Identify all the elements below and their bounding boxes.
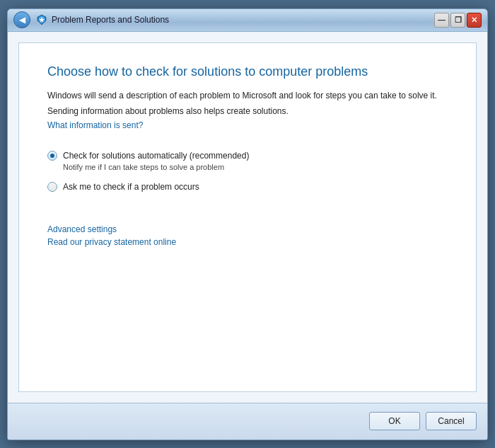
radio-option-auto[interactable]: Check for solutions automatically (recom… (47, 150, 448, 172)
what-info-link[interactable]: What information is sent? (47, 120, 448, 130)
back-button[interactable]: ◀ (13, 11, 30, 28)
links-section: Advanced settings Read our privacy state… (47, 224, 448, 247)
close-button[interactable]: ✕ (467, 13, 482, 28)
titlebar: ◀ Problem Reports and Solutions — ❐ ✕ (8, 9, 487, 32)
footer: OK Cancel (8, 403, 487, 440)
option-auto-label: Check for solutions automatically (recom… (63, 150, 249, 162)
option-auto-sublabel: Notify me if I can take steps to solve a… (63, 163, 249, 171)
main-window: ◀ Problem Reports and Solutions — ❐ ✕ Ch… (7, 8, 488, 440)
app-icon (36, 14, 47, 25)
options-section: Check for solutions automatically (recom… (47, 150, 448, 204)
radio-inner-auto (50, 154, 54, 158)
window-title: Problem Reports and Solutions (52, 15, 169, 25)
minimize-button[interactable]: — (434, 13, 449, 28)
ok-button[interactable]: OK (369, 412, 420, 430)
privacy-statement-link[interactable]: Read our privacy statement online (47, 237, 448, 247)
main-panel: Choose how to check for solutions to com… (18, 42, 477, 392)
cancel-button[interactable]: Cancel (426, 412, 477, 430)
content-area: Choose how to check for solutions to com… (8, 32, 487, 403)
option-auto-text: Check for solutions automatically (recom… (63, 150, 249, 172)
maximize-button[interactable]: ❐ (450, 13, 465, 28)
page-heading: Choose how to check for solutions to com… (47, 64, 448, 79)
radio-button-ask[interactable] (47, 182, 57, 192)
description-line1: Windows will send a description of each … (47, 89, 448, 102)
description-line2: Sending information about problems also … (47, 105, 448, 117)
radio-option-ask[interactable]: Ask me to check if a problem occurs (47, 181, 448, 193)
radio-button-auto[interactable] (47, 151, 57, 161)
option-ask-label: Ask me to check if a problem occurs (63, 181, 199, 193)
advanced-settings-link[interactable]: Advanced settings (47, 224, 448, 234)
window-controls: — ❐ ✕ (434, 13, 482, 28)
option-ask-text: Ask me to check if a problem occurs (63, 181, 199, 193)
